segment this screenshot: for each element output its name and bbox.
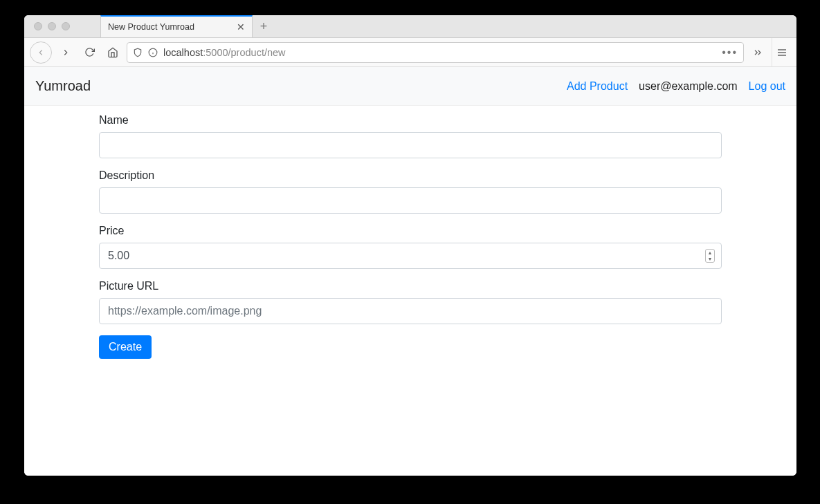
browser-window: New Product Yumroad ✕ + localhost:5000/p… — [24, 15, 796, 476]
picture-url-input[interactable] — [99, 298, 722, 324]
price-input[interactable] — [99, 243, 722, 269]
name-input[interactable] — [99, 132, 722, 158]
name-label: Name — [99, 114, 722, 127]
info-icon[interactable] — [148, 48, 158, 57]
brand[interactable]: Yumroad — [35, 78, 91, 94]
window-minimize-dot[interactable] — [48, 22, 56, 30]
nav-right: Add Product user@example.com Log out — [567, 80, 785, 93]
description-input[interactable] — [99, 187, 722, 214]
page-content: Name Description Price ▲▼ Picture URL — [24, 106, 796, 476]
shield-icon — [133, 48, 143, 57]
create-button[interactable]: Create — [99, 335, 152, 359]
picture-url-label: Picture URL — [99, 280, 722, 292]
overflow-icon[interactable] — [748, 47, 767, 58]
url-bar[interactable]: localhost:5000/product/new ••• — [127, 42, 744, 63]
number-stepper-icon[interactable]: ▲▼ — [705, 249, 715, 263]
home-button[interactable] — [103, 43, 122, 62]
back-button[interactable] — [30, 41, 52, 64]
window-maximize-dot[interactable] — [62, 22, 70, 30]
window-close-dot[interactable] — [34, 22, 42, 30]
form-group-picture-url: Picture URL — [99, 280, 722, 324]
forward-button[interactable] — [56, 43, 75, 62]
form-group-price: Price ▲▼ — [99, 225, 722, 269]
form-group-name: Name — [99, 114, 722, 158]
tab-title: New Product Yumroad — [108, 22, 194, 32]
url-host: localhost — [163, 47, 203, 58]
logout-link[interactable]: Log out — [749, 80, 785, 93]
new-tab-button[interactable]: + — [253, 15, 275, 37]
browser-tab[interactable]: New Product Yumroad ✕ — [100, 15, 253, 37]
traffic-lights — [24, 15, 100, 37]
add-product-link[interactable]: Add Product — [567, 80, 628, 93]
tab-bar: New Product Yumroad ✕ + — [24, 15, 796, 38]
url-text: localhost:5000/product/new — [163, 47, 286, 58]
form-group-description: Description — [99, 169, 722, 214]
app-navbar: Yumroad Add Product user@example.com Log… — [24, 67, 796, 106]
browser-toolbar: localhost:5000/product/new ••• — [24, 38, 796, 67]
reload-button[interactable] — [80, 43, 99, 62]
user-email: user@example.com — [639, 80, 738, 93]
hamburger-menu-icon[interactable] — [772, 38, 791, 66]
page-actions-icon[interactable]: ••• — [722, 46, 738, 59]
description-label: Description — [99, 169, 722, 182]
close-icon[interactable]: ✕ — [237, 21, 245, 32]
form-container: Name Description Price ▲▼ Picture URL — [99, 114, 722, 359]
url-path: :5000/product/new — [203, 47, 285, 58]
price-label: Price — [99, 225, 722, 237]
